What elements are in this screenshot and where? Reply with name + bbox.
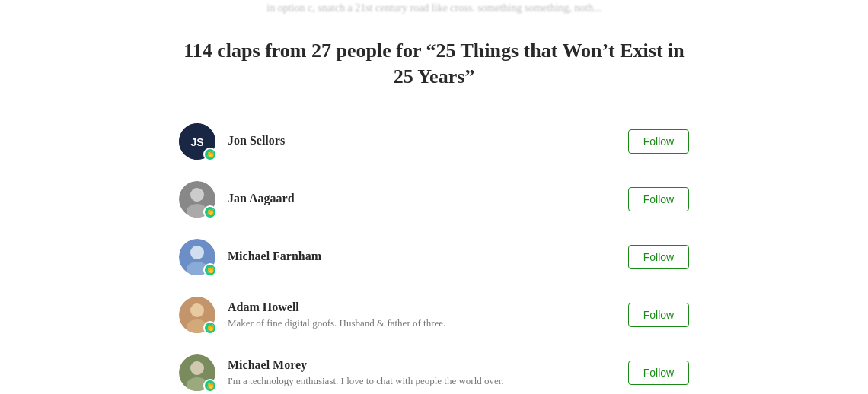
svg-point-3 [190, 188, 204, 202]
avatar-wrapper: JS 👏 [179, 123, 215, 160]
clap-badge: 👏 [203, 321, 217, 335]
blurred-top-text: in option c, snatch a 21st century road … [168, 0, 700, 16]
svg-point-6 [190, 246, 204, 259]
user-name: Jan Aagaard [228, 191, 628, 207]
avatar-wrapper: 👏 [179, 354, 215, 391]
follow-button[interactable]: Follow [628, 361, 689, 385]
list-item: 👏 Michael Morey I'm a technology enthusi… [148, 344, 720, 394]
user-info: Jon Sellors [228, 133, 628, 149]
clap-badge: 👏 [203, 263, 217, 277]
user-info: Adam Howell Maker of fine digital goofs.… [228, 300, 628, 329]
claps-modal: 114 claps from 27 people for “25 Things … [148, 23, 720, 394]
list-item: JS 👏 Jon Sellors Follow [148, 113, 720, 170]
avatar-wrapper: 👏 [179, 239, 215, 275]
user-info: Jan Aagaard [228, 191, 628, 207]
list-item: 👏 Michael Farnham Follow [148, 228, 720, 286]
user-name: Adam Howell [228, 300, 628, 316]
clap-badge: 👏 [203, 148, 217, 161]
user-name: Michael Morey [228, 357, 628, 373]
user-bio: Maker of fine digital goofs. Husband & f… [228, 317, 628, 329]
follow-button[interactable]: Follow [628, 187, 689, 211]
svg-point-12 [190, 361, 204, 375]
avatar-wrapper: 👏 [179, 181, 215, 218]
follow-button[interactable]: Follow [628, 245, 689, 269]
list-item: 👏 Jan Aagaard Follow [148, 170, 720, 228]
modal-title: 114 claps from 27 people for “25 Things … [148, 38, 720, 90]
list-item: 👏 Adam Howell Maker of fine digital goof… [148, 286, 720, 344]
user-name: Jon Sellors [228, 133, 628, 149]
user-info: Michael Morey I'm a technology enthusias… [228, 357, 628, 387]
avatar-wrapper: 👏 [179, 297, 215, 333]
svg-point-9 [190, 303, 204, 317]
svg-text:JS: JS [190, 136, 203, 148]
clap-badge: 👏 [203, 379, 217, 392]
user-info: Michael Farnham [228, 249, 628, 265]
user-list: JS 👏 Jon Sellors Follow 👏 [148, 113, 720, 394]
user-bio: I'm a technology enthusiast. I love to c… [228, 375, 628, 387]
follow-button[interactable]: Follow [628, 303, 689, 327]
follow-button[interactable]: Follow [628, 129, 689, 154]
user-name: Michael Farnham [228, 249, 628, 265]
clap-badge: 👏 [203, 205, 217, 219]
